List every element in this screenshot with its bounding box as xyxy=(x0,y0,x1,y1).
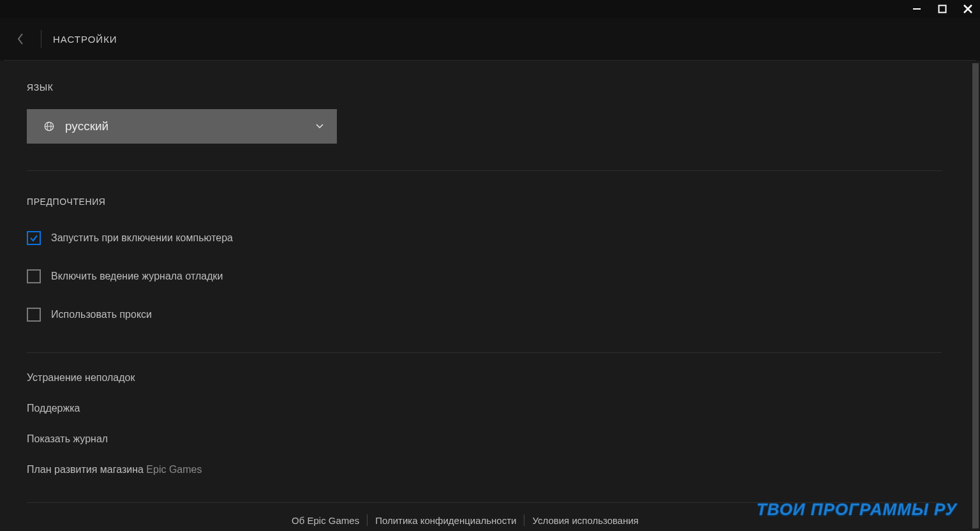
check-icon xyxy=(29,234,38,243)
checkbox-debug-log[interactable] xyxy=(27,269,41,283)
chevron-down-icon xyxy=(314,123,325,130)
svg-rect-1 xyxy=(939,6,946,13)
language-heading: ЯЗЫК xyxy=(27,82,942,93)
link-roadmap[interactable]: План развития магазина Epic Games xyxy=(27,464,942,475)
maximize-icon xyxy=(938,4,947,13)
footer-about[interactable]: Об Epic Games xyxy=(292,515,359,526)
close-icon xyxy=(963,4,973,14)
page-header: НАСТРОЙКИ xyxy=(0,18,980,60)
pref-debug-log-label: Включить ведение журнала отладки xyxy=(51,271,223,282)
globe-icon xyxy=(43,121,57,132)
pref-use-proxy-label: Использовать прокси xyxy=(51,309,152,320)
pref-run-at-startup-label: Запустить при включении компьютера xyxy=(51,232,233,244)
footer-terms[interactable]: Условия использования xyxy=(532,515,639,526)
app-window: НАСТРОЙКИ ЯЗЫК русский xyxy=(0,0,980,531)
checkbox-use-proxy[interactable] xyxy=(27,308,41,322)
preferences-heading: ПРЕДПОЧТЕНИЯ xyxy=(27,197,942,207)
titlebar xyxy=(0,0,980,18)
scrollbar-thumb[interactable] xyxy=(972,63,979,528)
pref-debug-log: Включить ведение журнала отладки xyxy=(27,269,942,283)
minimize-icon xyxy=(912,4,921,13)
scrollbar-track[interactable] xyxy=(971,61,980,531)
checkbox-run-at-startup[interactable] xyxy=(27,231,41,245)
link-roadmap-prefix: План развития магазина xyxy=(27,464,146,475)
link-show-log[interactable]: Показать журнал xyxy=(27,433,942,445)
section-divider xyxy=(27,352,942,353)
footer-privacy[interactable]: Политика конфиденциальности xyxy=(375,515,516,526)
link-roadmap-suffix: Epic Games xyxy=(146,464,202,475)
pref-use-proxy: Использовать прокси xyxy=(27,308,942,322)
link-support[interactable]: Поддержка xyxy=(27,403,942,414)
content-area: ЯЗЫК русский ПРЕДПОЧТЕНИЯ xyxy=(0,61,980,531)
back-button[interactable] xyxy=(11,30,29,48)
language-selected: русский xyxy=(65,119,314,133)
footer-separator xyxy=(367,514,368,526)
link-troubleshoot[interactable]: Устранение неполадок xyxy=(27,372,942,384)
language-dropdown[interactable]: русский xyxy=(27,109,337,144)
footer-separator xyxy=(524,514,524,526)
page-title: НАСТРОЙКИ xyxy=(53,34,117,45)
close-button[interactable] xyxy=(961,2,975,16)
header-divider xyxy=(41,30,41,48)
minimize-button[interactable] xyxy=(910,2,924,16)
section-divider xyxy=(27,170,942,171)
section-divider xyxy=(27,502,942,503)
pref-run-at-startup: Запустить при включении компьютера xyxy=(27,231,942,245)
footer-links: Об Epic Games Политика конфиденциальност… xyxy=(27,514,903,526)
chevron-left-icon xyxy=(16,33,25,45)
maximize-button[interactable] xyxy=(935,2,949,16)
settings-scroll: ЯЗЫК русский ПРЕДПОЧТЕНИЯ xyxy=(27,61,942,531)
